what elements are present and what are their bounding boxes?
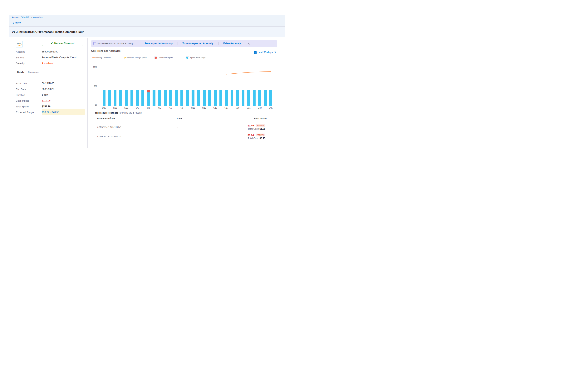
svg-text:aws: aws <box>17 42 21 45</box>
